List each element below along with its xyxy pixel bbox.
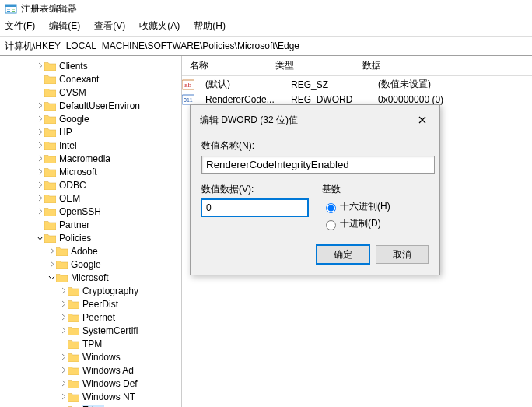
value-data-label: 数值数据(V): — [201, 183, 322, 196]
tree-item-policies[interactable]: Policies — [35, 231, 181, 244]
value-name-label: 数值名称(N): — [201, 139, 429, 153]
tree-label: Microsoft — [59, 167, 97, 177]
tree-item-openssh[interactable]: OpenSSH — [35, 205, 181, 218]
tree-item-intel[interactable]: Intel — [35, 139, 181, 152]
tree-item-defuser[interactable]: DefaultUserEnviron — [35, 99, 181, 112]
window-title: 注册表编辑器 — [21, 2, 77, 16]
menu-view[interactable]: 查看(V) — [94, 19, 125, 33]
radix-dec-row[interactable]: 十进制(D) — [322, 217, 390, 230]
regedit-icon — [5, 3, 17, 16]
tree-label: HP — [59, 127, 72, 138]
tree-label: CVSM — [59, 87, 86, 98]
svg-rect-5 — [12, 11, 15, 12]
tree-label: Google — [59, 114, 89, 125]
tree-item-oem[interactable]: OEM — [35, 191, 181, 205]
value-data-input[interactable] — [201, 199, 308, 216]
svg-rect-1 — [5, 5, 16, 7]
tree-item-partner[interactable]: Partner — [35, 218, 181, 231]
tree-item-peernet[interactable]: Peernet — [35, 311, 181, 324]
tree-label: Google — [71, 259, 101, 270]
tree-label: Edge — [82, 405, 104, 408]
col-name[interactable]: 名称 — [182, 56, 268, 75]
tree-item-microsoft[interactable]: Microsoft — [35, 165, 181, 178]
list-header: 名称 类型 数据 — [182, 56, 532, 76]
svg-rect-2 — [7, 9, 10, 10]
menu-fav[interactable]: 收藏夹(A) — [139, 19, 180, 33]
tree-label: SystemCertifi — [82, 325, 138, 336]
tree-item-odbc[interactable]: ODBC — [35, 178, 181, 191]
string-value-icon: ab — [182, 79, 194, 90]
tree-label: ODBC — [59, 180, 86, 191]
tree-item-hp[interactable]: HP — [35, 125, 181, 139]
tree-label: Partner — [59, 219, 89, 230]
svg-text:011: 011 — [184, 97, 193, 103]
address-bar[interactable]: 计算机\HKEY_LOCAL_MACHINE\SOFTWARE\Policies… — [0, 37, 532, 56]
tree-item-google2[interactable]: Google — [35, 258, 181, 271]
tree-label: Cryptography — [82, 286, 138, 296]
tree-label: TPM — [82, 339, 102, 349]
tree-item-crypto[interactable]: Cryptography — [35, 284, 181, 297]
tree-label: Conexant — [59, 74, 99, 85]
radix-hex-row[interactable]: 十六进制(H) — [322, 200, 390, 213]
tree-item-cvsm[interactable]: CVSM — [35, 86, 181, 99]
value-name: (默认) — [198, 77, 283, 92]
dialog-titlebar[interactable]: 编辑 DWORD (32 位)值 — [191, 105, 439, 135]
menu-help[interactable]: 帮助(H) — [194, 19, 226, 33]
tree-item-conexant[interactable]: Conexant — [35, 72, 181, 86]
tree-label: DefaultUserEnviron — [59, 100, 140, 111]
svg-text:ab: ab — [184, 82, 191, 89]
tree-label: OpenSSH — [59, 206, 101, 217]
cancel-button[interactable]: 取消 — [376, 245, 429, 264]
radix-label: 基数 — [322, 183, 390, 196]
tree-label: Microsoft — [71, 272, 109, 283]
tree-item-tpm[interactable]: TPM — [35, 337, 181, 350]
tree-item-windows[interactable]: Windows — [35, 350, 181, 363]
value-type: REG_SZ — [283, 79, 370, 91]
radix-hex-label: 十六进制(H) — [340, 200, 390, 213]
tree-item-windef[interactable]: Windows Def — [35, 377, 181, 390]
menu-bar: 文件(F) 编辑(E) 查看(V) 收藏夹(A) 帮助(H) — [0, 18, 532, 37]
list-pane: 名称 类型 数据 ab (默认) REG_SZ (数值未设置) 011 Rend… — [182, 56, 532, 407]
tree-label: Windows NT — [82, 391, 135, 402]
ok-button[interactable]: 确定 — [317, 245, 369, 264]
tree-item-clients[interactable]: Clients — [35, 59, 181, 72]
value-data: (数值未设置) — [370, 77, 532, 92]
list-row[interactable]: ab (默认) REG_SZ (数值未设置) — [182, 76, 532, 93]
tree-label: Peernet — [82, 312, 115, 323]
tree-item-google[interactable]: Google — [35, 112, 181, 125]
tree-label: Macromedia — [59, 153, 110, 164]
tree-pane[interactable]: ClientsConexantCVSMDefaultUserEnvironGoo… — [35, 56, 182, 407]
svg-rect-3 — [7, 11, 10, 12]
tree-label: Policies — [59, 233, 91, 244]
tree-item-winadv[interactable]: Windows Ad — [35, 363, 181, 377]
dialog-title: 编辑 DWORD (32 位)值 — [200, 114, 298, 127]
tree-label: Clients — [59, 61, 88, 72]
tree-item-winnt[interactable]: Windows NT — [35, 390, 181, 403]
tree-label: Windows — [82, 352, 121, 363]
radix-dec-radio[interactable] — [326, 220, 336, 230]
tree-label: OEM — [59, 193, 80, 204]
svg-rect-4 — [12, 9, 15, 10]
tree-item-macro[interactable]: Macromedia — [35, 152, 181, 165]
menu-edit[interactable]: 编辑(E) — [49, 19, 80, 33]
close-button[interactable] — [411, 111, 433, 128]
tree-item-microsoft2[interactable]: Microsoft — [35, 271, 181, 284]
title-bar: 注册表编辑器 — [0, 0, 532, 18]
value-name-input[interactable] — [201, 156, 435, 174]
tree-label: Intel — [59, 140, 77, 151]
menu-file[interactable]: 文件(F) — [5, 19, 35, 33]
radix-dec-label: 十进制(D) — [340, 217, 381, 230]
tree-label: Windows Ad — [82, 365, 134, 376]
tree-label: PeerDist — [82, 299, 118, 310]
tree-item-edge[interactable]: Edge — [35, 403, 181, 407]
dword-value-icon: 011 — [182, 94, 194, 105]
radix-hex-radio[interactable] — [326, 203, 336, 213]
edit-dword-dialog: 编辑 DWORD (32 位)值 数值名称(N): 数值数据(V): 基数 十六… — [190, 104, 440, 275]
col-data[interactable]: 数据 — [355, 56, 532, 75]
tree-item-peerdist[interactable]: PeerDist — [35, 297, 181, 311]
tree-item-adobe[interactable]: Adobe — [35, 244, 181, 258]
col-type[interactable]: 类型 — [268, 56, 355, 75]
tree-item-syscert[interactable]: SystemCertifi — [35, 324, 181, 337]
tree-label: Adobe — [71, 246, 98, 257]
tree-label: Windows Def — [82, 378, 138, 389]
